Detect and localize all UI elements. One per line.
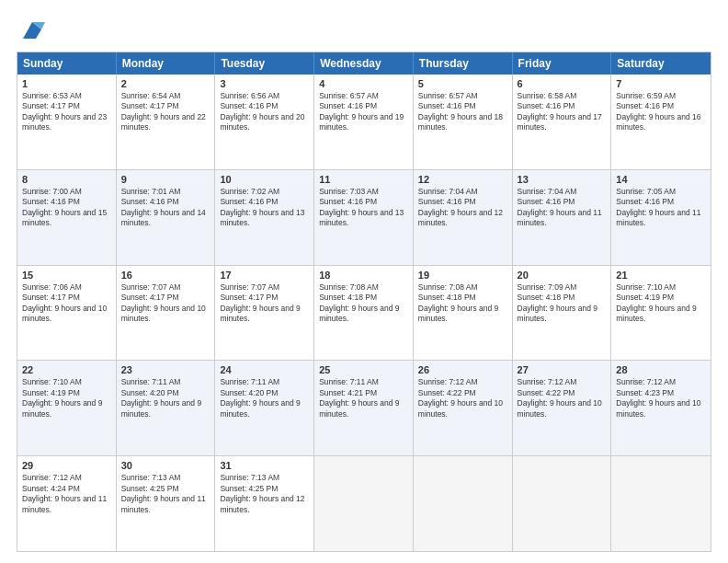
day-number: 10	[220, 174, 309, 185]
cell-info: Sunrise: 7:04 AMSunset: 4:16 PMDaylight:…	[418, 187, 507, 229]
header-day: Monday	[117, 52, 216, 75]
calendar-cell: 9Sunrise: 7:01 AMSunset: 4:16 PMDaylight…	[117, 170, 216, 265]
day-number: 22	[22, 364, 111, 375]
calendar-cell: 14Sunrise: 7:05 AMSunset: 4:16 PMDayligh…	[611, 170, 711, 265]
cell-info: Sunrise: 7:08 AMSunset: 4:18 PMDaylight:…	[418, 282, 507, 325]
cell-info: Sunrise: 6:56 AMSunset: 4:16 PMDaylight:…	[220, 91, 309, 133]
calendar-cell: 22Sunrise: 7:10 AMSunset: 4:19 PMDayligh…	[17, 361, 117, 455]
header	[17, 17, 711, 42]
calendar-cell: 10Sunrise: 7:02 AMSunset: 4:16 PMDayligh…	[215, 170, 314, 265]
calendar-row: 22Sunrise: 7:10 AMSunset: 4:19 PMDayligh…	[17, 361, 711, 456]
calendar-cell: 5Sunrise: 6:57 AMSunset: 4:16 PMDaylight…	[414, 75, 513, 169]
header-day: Sunday	[17, 52, 117, 75]
calendar-cell: 30Sunrise: 7:13 AMSunset: 4:25 PMDayligh…	[117, 456, 216, 551]
empty-cell	[314, 456, 414, 551]
day-number: 16	[121, 270, 210, 281]
calendar-cell: 7Sunrise: 6:59 AMSunset: 4:16 PMDaylight…	[611, 75, 711, 169]
cell-info: Sunrise: 7:11 AMSunset: 4:20 PMDaylight:…	[220, 377, 309, 419]
calendar-cell: 20Sunrise: 7:09 AMSunset: 4:18 PMDayligh…	[513, 266, 612, 361]
day-number: 28	[616, 364, 706, 375]
cell-info: Sunrise: 7:09 AMSunset: 4:18 PMDaylight:…	[518, 282, 607, 325]
cell-info: Sunrise: 7:11 AMSunset: 4:20 PMDaylight:…	[121, 377, 210, 419]
calendar-cell: 31Sunrise: 7:13 AMSunset: 4:25 PMDayligh…	[215, 456, 314, 551]
day-number: 4	[319, 78, 408, 89]
cell-info: Sunrise: 6:53 AMSunset: 4:17 PMDaylight:…	[22, 91, 111, 133]
calendar-cell: 28Sunrise: 7:12 AMSunset: 4:23 PMDayligh…	[611, 361, 711, 455]
day-number: 27	[518, 364, 607, 375]
calendar-row: 29Sunrise: 7:12 AMSunset: 4:24 PMDayligh…	[17, 456, 711, 551]
calendar-cell: 12Sunrise: 7:04 AMSunset: 4:16 PMDayligh…	[414, 170, 513, 265]
calendar-cell: 2Sunrise: 6:54 AMSunset: 4:17 PMDaylight…	[117, 75, 216, 169]
calendar-header: SundayMondayTuesdayWednesdayThursdayFrid…	[17, 52, 711, 75]
cell-info: Sunrise: 7:10 AMSunset: 4:19 PMDaylight:…	[616, 282, 706, 325]
calendar-cell: 1Sunrise: 6:53 AMSunset: 4:17 PMDaylight…	[17, 75, 117, 169]
calendar-cell: 23Sunrise: 7:11 AMSunset: 4:20 PMDayligh…	[117, 361, 216, 455]
cell-info: Sunrise: 7:12 AMSunset: 4:24 PMDaylight:…	[22, 473, 111, 515]
cell-info: Sunrise: 7:07 AMSunset: 4:17 PMDaylight:…	[121, 282, 210, 325]
logo	[17, 17, 45, 42]
calendar-cell: 13Sunrise: 7:04 AMSunset: 4:16 PMDayligh…	[513, 170, 612, 265]
day-number: 24	[220, 364, 309, 375]
empty-cell	[513, 456, 612, 551]
cell-info: Sunrise: 6:58 AMSunset: 4:16 PMDaylight:…	[518, 91, 607, 133]
day-number: 29	[22, 460, 111, 471]
day-number: 1	[22, 78, 111, 89]
day-number: 5	[418, 78, 507, 89]
cell-info: Sunrise: 7:05 AMSunset: 4:16 PMDaylight:…	[616, 187, 706, 229]
day-number: 6	[518, 78, 607, 89]
cell-info: Sunrise: 7:10 AMSunset: 4:19 PMDaylight:…	[22, 377, 111, 419]
day-number: 17	[220, 270, 309, 281]
cell-info: Sunrise: 7:03 AMSunset: 4:16 PMDaylight:…	[319, 187, 408, 229]
day-number: 13	[518, 174, 607, 185]
calendar-cell: 16Sunrise: 7:07 AMSunset: 4:17 PMDayligh…	[117, 266, 216, 361]
calendar-row: 15Sunrise: 7:06 AMSunset: 4:17 PMDayligh…	[17, 266, 711, 362]
day-number: 30	[121, 460, 210, 471]
calendar-cell: 3Sunrise: 6:56 AMSunset: 4:16 PMDaylight…	[215, 75, 314, 169]
cell-info: Sunrise: 7:07 AMSunset: 4:17 PMDaylight:…	[220, 282, 309, 325]
day-number: 31	[220, 460, 309, 471]
day-number: 26	[418, 364, 507, 375]
day-number: 20	[518, 270, 607, 281]
calendar-cell: 15Sunrise: 7:06 AMSunset: 4:17 PMDayligh…	[17, 266, 117, 361]
day-number: 23	[121, 364, 210, 375]
day-number: 7	[616, 78, 706, 89]
calendar-cell: 11Sunrise: 7:03 AMSunset: 4:16 PMDayligh…	[314, 170, 414, 265]
cell-info: Sunrise: 7:12 AMSunset: 4:22 PMDaylight:…	[418, 377, 507, 419]
cell-info: Sunrise: 7:13 AMSunset: 4:25 PMDaylight:…	[121, 473, 210, 515]
calendar-cell: 17Sunrise: 7:07 AMSunset: 4:17 PMDayligh…	[215, 266, 314, 361]
calendar-row: 8Sunrise: 7:00 AMSunset: 4:16 PMDaylight…	[17, 170, 711, 266]
calendar-row: 1Sunrise: 6:53 AMSunset: 4:17 PMDaylight…	[17, 75, 711, 170]
day-number: 19	[418, 270, 507, 281]
cell-info: Sunrise: 7:06 AMSunset: 4:17 PMDaylight:…	[22, 282, 111, 325]
cell-info: Sunrise: 7:08 AMSunset: 4:18 PMDaylight:…	[319, 282, 408, 325]
cell-info: Sunrise: 6:54 AMSunset: 4:17 PMDaylight:…	[121, 91, 210, 133]
header-day: Friday	[513, 52, 612, 75]
calendar-cell: 24Sunrise: 7:11 AMSunset: 4:20 PMDayligh…	[215, 361, 314, 455]
day-number: 21	[616, 270, 706, 281]
calendar-cell: 26Sunrise: 7:12 AMSunset: 4:22 PMDayligh…	[414, 361, 513, 455]
day-number: 12	[418, 174, 507, 185]
day-number: 2	[121, 78, 210, 89]
calendar-cell: 19Sunrise: 7:08 AMSunset: 4:18 PMDayligh…	[414, 266, 513, 361]
cell-info: Sunrise: 7:02 AMSunset: 4:16 PMDaylight:…	[220, 187, 309, 229]
day-number: 8	[22, 174, 111, 185]
cell-info: Sunrise: 7:12 AMSunset: 4:22 PMDaylight:…	[518, 377, 607, 419]
header-day: Saturday	[611, 52, 711, 75]
cell-info: Sunrise: 7:00 AMSunset: 4:16 PMDaylight:…	[22, 187, 111, 229]
calendar: SundayMondayTuesdayWednesdayThursdayFrid…	[17, 52, 711, 552]
cell-info: Sunrise: 7:11 AMSunset: 4:21 PMDaylight:…	[319, 377, 408, 419]
calendar-cell: 18Sunrise: 7:08 AMSunset: 4:18 PMDayligh…	[314, 266, 414, 361]
cell-info: Sunrise: 7:04 AMSunset: 4:16 PMDaylight:…	[518, 187, 607, 229]
calendar-cell: 8Sunrise: 7:00 AMSunset: 4:16 PMDaylight…	[17, 170, 117, 265]
day-number: 18	[319, 270, 408, 281]
empty-cell	[414, 456, 513, 551]
calendar-cell: 21Sunrise: 7:10 AMSunset: 4:19 PMDayligh…	[611, 266, 711, 361]
calendar-body: 1Sunrise: 6:53 AMSunset: 4:17 PMDaylight…	[17, 75, 711, 551]
empty-cell	[611, 456, 711, 551]
cell-info: Sunrise: 6:57 AMSunset: 4:16 PMDaylight:…	[418, 91, 507, 133]
day-number: 15	[22, 270, 111, 281]
cell-info: Sunrise: 7:12 AMSunset: 4:23 PMDaylight:…	[616, 377, 706, 419]
day-number: 14	[616, 174, 706, 185]
calendar-cell: 27Sunrise: 7:12 AMSunset: 4:22 PMDayligh…	[513, 361, 612, 455]
cell-info: Sunrise: 7:01 AMSunset: 4:16 PMDaylight:…	[121, 187, 210, 229]
